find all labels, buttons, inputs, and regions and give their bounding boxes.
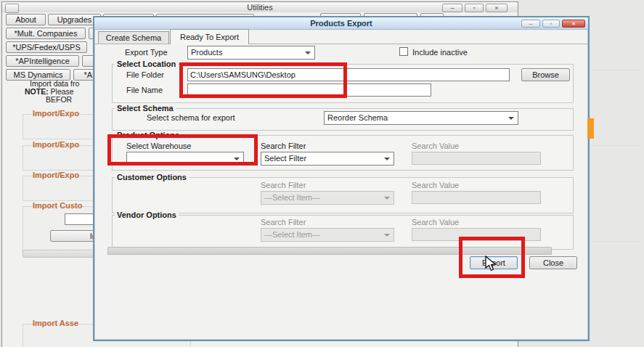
schema-for-export-label: Select schema for export — [147, 113, 235, 122]
export-type-dropdown[interactable]: Products — [187, 46, 315, 60]
note-line-3: BEFOR — [46, 95, 72, 104]
customer-search-value-label: Search Value — [412, 181, 459, 189]
product-search-filter-label: Search Filter — [261, 142, 306, 150]
file-name-label: File Name — [126, 86, 163, 94]
orange-highlight-marker — [587, 118, 594, 139]
annotation-select-warehouse — [107, 134, 258, 166]
vendor-options-group-label: Vendor Options — [115, 211, 179, 219]
select-schema-group-label: Select Schema — [115, 104, 176, 113]
screen: Utilities – ▫ × About Upgrades *Mult. Co… — [0, 0, 644, 347]
vendor-search-filter-label: Search Filter — [261, 218, 306, 226]
background-line — [592, 145, 640, 146]
dialog-titlebar[interactable]: Products Export — [94, 17, 588, 30]
tab-mult-companies[interactable]: *Mult. Companies — [6, 28, 86, 39]
utilities-titlebar[interactable]: Utilities — [2, 2, 518, 12]
file-folder-label: File Folder — [126, 70, 164, 79]
background-line — [592, 241, 640, 242]
dialog-minimize-icon[interactable]: – — [521, 20, 540, 28]
group-label-import-export-3: Import/Expo — [33, 171, 79, 179]
close-icon[interactable]: × — [486, 4, 508, 12]
chevron-down-icon — [384, 158, 390, 160]
tab-ready-to-export[interactable]: Ready To Export — [170, 29, 249, 44]
browse-button[interactable]: Browse — [521, 68, 570, 81]
vendor-search-filter-dropdown: ---Select Item--- — [261, 228, 394, 242]
customer-search-filter-label: Search Filter — [261, 181, 306, 189]
product-search-value-label: Search Value — [412, 142, 459, 150]
tab-create-schema[interactable]: Create Schema — [98, 31, 169, 44]
include-inactive-label: Include inactive — [412, 48, 468, 57]
vendor-search-value-label: Search Value — [412, 218, 459, 226]
group-label-import-export-1: Import/Expo — [33, 109, 79, 118]
dialog-title: Products Export — [310, 19, 372, 28]
background-line — [592, 70, 640, 70]
chevron-down-icon — [384, 234, 390, 237]
annotation-file-location — [179, 62, 347, 98]
window-icon — [5, 4, 19, 13]
maximize-icon[interactable]: ▫ — [465, 4, 484, 12]
customer-search-filter-dropdown: ---Select Item--- — [261, 191, 394, 205]
export-type-label: Export Type — [125, 48, 168, 57]
chevron-down-icon — [305, 52, 311, 54]
group-label-import-customers: Import Custo — [33, 201, 82, 210]
product-search-value-input — [412, 152, 541, 165]
minimize-icon[interactable]: – — [442, 4, 462, 12]
tab-divider — [94, 44, 588, 44]
group-label-import-assemblies: Import Asse — [33, 319, 78, 327]
utilities-title: Utilities — [247, 3, 272, 12]
product-search-filter-dropdown[interactable]: Select Filter — [261, 152, 394, 166]
chevron-down-icon — [508, 117, 514, 120]
chevron-down-icon — [384, 197, 390, 200]
group-label-import-export-2: Import/Expo — [33, 140, 79, 149]
dialog-maximize-icon[interactable]: ▫ — [542, 20, 560, 28]
tab-ups-fedex-usps[interactable]: *UPS/Fedex/USPS — [6, 41, 87, 53]
select-location-group-label: Select Location — [115, 60, 178, 68]
schema-dropdown[interactable]: Reorder Schema — [324, 111, 518, 125]
close-button[interactable]: Close — [529, 256, 577, 269]
tab-apintelligence[interactable]: *APIntelligence — [6, 55, 79, 67]
include-inactive-checkbox[interactable] — [399, 47, 408, 56]
cursor-arrow-icon — [484, 256, 500, 274]
tab-about[interactable]: About — [6, 14, 46, 25]
dialog-close-icon[interactable]: × — [562, 20, 585, 28]
customer-search-value-input — [412, 191, 541, 204]
customer-options-group-label: Customer Options — [115, 173, 189, 181]
